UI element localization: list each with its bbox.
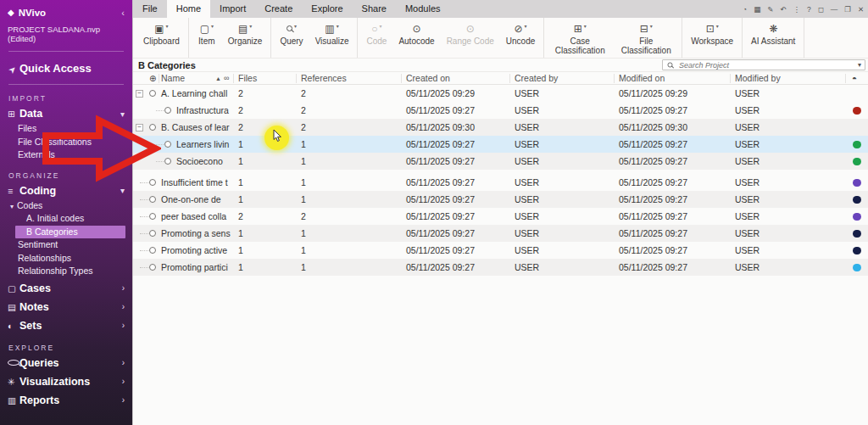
- row-modified-by: USER: [735, 242, 760, 259]
- sidebar-item-codes[interactable]: ▾Codes: [0, 199, 132, 213]
- table-row-a-learning-chall[interactable]: −A. Learning chall2205/11/2025 09:29USER…: [133, 85, 868, 102]
- sidebar-item-label: Relationship Types: [18, 266, 93, 276]
- file-classification-button[interactable]: ⊟▾File Classification: [613, 18, 679, 58]
- sidebar-item-quick-access[interactable]: ➤ Quick Access: [0, 59, 132, 76]
- page-title: B Categories: [133, 60, 196, 70]
- code-column-icon[interactable]: ⊕: [149, 72, 156, 85]
- table-row-infrastructura[interactable]: Infrastructura2205/11/2025 09:27USER05/1…: [133, 102, 868, 119]
- table-row-b-causes-of-lear[interactable]: −B. Causes of lear2205/11/2025 09:30USER…: [133, 119, 868, 136]
- row-modified-by: USER: [735, 191, 760, 208]
- minimize-icon[interactable]: —: [831, 5, 838, 14]
- tab-file[interactable]: File: [133, 0, 167, 18]
- tab-import[interactable]: Import: [210, 0, 255, 18]
- column-header-files[interactable]: Files: [238, 72, 257, 85]
- table-body: −A. Learning chall2205/11/2025 09:29USER…: [133, 85, 868, 276]
- collapse-sidebar-icon[interactable]: ‹: [121, 8, 125, 18]
- tab-create[interactable]: Create: [255, 0, 302, 18]
- sidebar-item-queries[interactable]: Queries›: [0, 355, 132, 372]
- column-header-created-by[interactable]: Created by: [515, 72, 558, 85]
- row-modified-by: USER: [735, 85, 760, 102]
- save-icon[interactable]: ▦: [754, 5, 760, 14]
- cases-icon: ▢: [8, 283, 19, 294]
- row-modified-by: USER: [735, 208, 760, 225]
- sidebar-item-sentiment[interactable]: Sentiment: [0, 238, 132, 252]
- table-row-one-on-one-de[interactable]: One-on-one de1105/11/2025 09:27USER05/11…: [133, 191, 868, 208]
- sidebar-item-label: Queries: [19, 357, 59, 369]
- uncode-button[interactable]: ⊘▾Uncode: [500, 18, 541, 58]
- column-header-modified-by[interactable]: Modified by: [735, 72, 781, 85]
- sidebar-item-relationships[interactable]: Relationships: [0, 252, 132, 266]
- table-row-learners-livin[interactable]: Learners livin1105/11/2025 09:27USER05/1…: [133, 136, 868, 153]
- autocode-icon: ⊙: [412, 23, 420, 35]
- ribbon-group: ▾Query▥▾Visualize: [271, 18, 358, 58]
- query-button[interactable]: ▾Query: [274, 18, 309, 58]
- history-icon[interactable]: ◔: [743, 5, 747, 14]
- row-modified-on: 05/11/2025 09:30: [619, 119, 687, 136]
- visualize-button[interactable]: ▥▾Visualize: [309, 18, 355, 58]
- ribbon-button-label: Autocode: [398, 37, 434, 47]
- color-column-icon[interactable]: ◓: [852, 72, 857, 85]
- workspace-button[interactable]: ⊡▾Workspace: [685, 18, 739, 58]
- tab-explore[interactable]: Explore: [302, 0, 352, 18]
- code-color-dot: [853, 196, 861, 204]
- column-header-modified-on[interactable]: Modified on: [619, 72, 665, 85]
- ribbon-button-label: Visualize: [315, 37, 349, 47]
- ribbon: ▣▾Clipboard▢▾Item▤▾Organize▾Query▥▾Visua…: [133, 18, 868, 59]
- project-name: PROJECT SALDANA.nvp (Edited): [8, 25, 125, 43]
- column-header-name[interactable]: Name: [161, 72, 185, 85]
- column-header-created-on[interactable]: Created on: [406, 72, 450, 85]
- chevron-right-icon: ›: [122, 358, 125, 367]
- feedback-icon[interactable]: ◻: [818, 5, 824, 14]
- row-modified-by: USER: [735, 259, 760, 276]
- restore-icon[interactable]: ❐: [844, 5, 851, 14]
- autocode-button[interactable]: ⊙Autocode: [392, 18, 440, 58]
- table-row-socioecono[interactable]: Socioecono1105/11/2025 09:27USER05/11/20…: [133, 153, 868, 170]
- ai-assistant-button[interactable]: ❋AI Assistant: [745, 18, 801, 58]
- close-icon[interactable]: ✕: [858, 5, 864, 14]
- column-header-references[interactable]: References: [301, 72, 347, 85]
- code-color-dot: [853, 247, 861, 255]
- sort-ascending-icon[interactable]: ▲: [215, 72, 221, 85]
- row-created-by: USER: [515, 174, 539, 191]
- sidebar-item-notes[interactable]: ▤Notes›: [0, 299, 132, 316]
- row-modified-on: 05/11/2025 09:27: [619, 208, 687, 225]
- table-row-promoting-partici[interactable]: Promoting partici1105/11/2025 09:27USER0…: [133, 259, 868, 276]
- chevron-down-icon: ▾: [10, 203, 14, 210]
- table-row-peer-based-colla[interactable]: peer based colla2205/11/2025 09:27USER05…: [133, 208, 868, 225]
- sidebar-item-sets[interactable]: ◐Sets›: [0, 317, 132, 334]
- help-icon[interactable]: ?: [807, 5, 811, 14]
- sidebar-item-a-initial-codes[interactable]: A. Initial codes: [0, 212, 132, 226]
- sidebar-item-relationship-types[interactable]: Relationship Types: [0, 265, 132, 278]
- edit-icon[interactable]: ✎: [767, 5, 773, 14]
- ribbon-button-label: File Classification: [619, 37, 673, 55]
- row-modified-on: 05/11/2025 09:27: [619, 242, 687, 259]
- row-created-by: USER: [515, 136, 539, 153]
- sidebar-item-visualizations[interactable]: ✳Visualizations›: [0, 373, 132, 390]
- dropdown-caret-icon: ▾: [650, 23, 653, 29]
- dropdown-caret-icon: ▾: [166, 23, 169, 29]
- tab-share[interactable]: Share: [353, 0, 396, 18]
- organize-button[interactable]: ▤▾Organize: [222, 18, 269, 58]
- table-row-promoting-active[interactable]: Promoting active1105/11/2025 09:27USER05…: [133, 242, 868, 259]
- row-created-on: 05/11/2025 09:27: [406, 136, 475, 153]
- magnifier-icon: [287, 25, 292, 31]
- undo-icon[interactable]: ↶: [780, 5, 786, 14]
- collapse-node-icon[interactable]: −: [136, 90, 143, 98]
- table-row-promoting-a-sens[interactable]: Promoting a sens1105/11/2025 09:27USER05…: [133, 225, 868, 242]
- chevron-down-icon[interactable]: ▾: [858, 61, 861, 69]
- code-circle-icon: [149, 196, 156, 203]
- table-row-insufficient-time-t[interactable]: Insufficient time t1105/11/2025 09:27USE…: [133, 174, 868, 191]
- tab-home[interactable]: Home: [167, 0, 210, 18]
- sidebar-item-b-categories[interactable]: B Categories: [15, 226, 125, 239]
- sidebar-item-cases[interactable]: ▢Cases›: [0, 280, 132, 297]
- row-created-by: USER: [515, 242, 539, 259]
- sidebar-item-reports[interactable]: ▥Reports›: [0, 392, 132, 409]
- search-input[interactable]: [673, 61, 858, 70]
- overflow-icon[interactable]: ⋮: [793, 5, 800, 14]
- tab-modules[interactable]: Modules: [396, 0, 450, 18]
- item-button[interactable]: ▢▾Item: [192, 18, 222, 58]
- case-classification-button[interactable]: ⊞▾Case Classification: [547, 18, 613, 58]
- link-column-icon[interactable]: ∞: [224, 72, 229, 85]
- clipboard-button[interactable]: ▣▾Clipboard: [137, 18, 186, 58]
- code-color-dot: [853, 107, 861, 115]
